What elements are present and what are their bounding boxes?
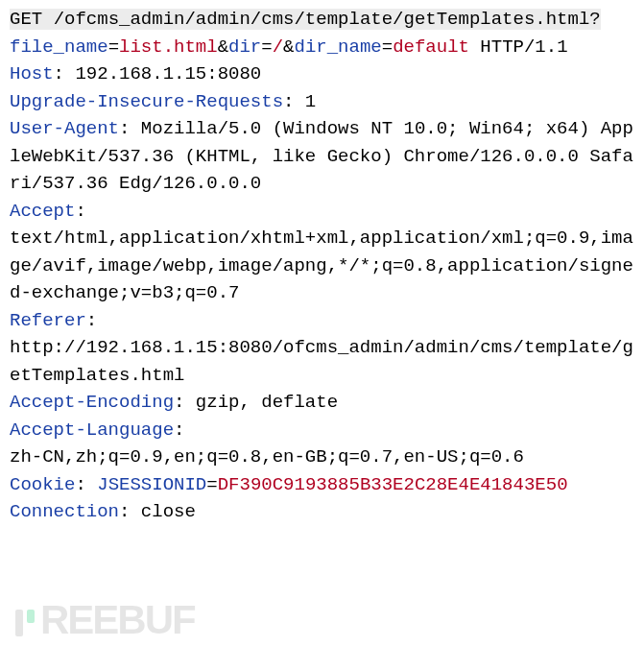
header-value-accept: text/html,application/xhtml+xml,applicat… xyxy=(10,228,633,303)
header-value-connection: close xyxy=(141,501,196,522)
header-name-upgrade-insecure-requests: Upgrade-Insecure-Requests xyxy=(10,91,283,112)
param-val-dir_name: default xyxy=(393,36,469,58)
http-request-block: GET /ofcms_admin/admin/cms/template/getT… xyxy=(0,0,644,671)
header-value-referer: http://192.168.1.15:8080/ofcms_admin/adm… xyxy=(10,337,633,386)
cookie-value: DF390C9193885B33E2C28E4E41843E50 xyxy=(218,474,568,495)
header-value-accept-language: zh-CN,zh;q=0.9,en;q=0.8,en-GB;q=0.7,en-U… xyxy=(10,446,524,467)
header-value-accept-encoding: gzip, deflate xyxy=(196,392,338,413)
request-line: GET /ofcms_admin/admin/cms/template/getT… xyxy=(10,9,601,30)
param-key-dir_name: dir_name xyxy=(295,36,382,58)
header-name-host: Host xyxy=(10,63,54,84)
header-name-connection: Connection xyxy=(10,501,119,522)
header-name-accept-language: Accept-Language xyxy=(10,419,174,441)
header-name-referer: Referer xyxy=(10,310,86,331)
header-name-accept: Accept xyxy=(10,201,75,222)
param-key-file_name: file_name xyxy=(10,36,108,58)
header-value-upgrade-insecure-requests: 1 xyxy=(305,91,316,112)
param-val-file_name: list.html xyxy=(119,36,218,58)
http-method: GET xyxy=(10,9,42,30)
header-value-host: 192.168.1.15:8080 xyxy=(75,63,261,84)
header-name-cookie: Cookie xyxy=(10,474,75,495)
header-name-user-agent: User-Agent xyxy=(10,118,119,139)
http-version: HTTP/1.1 xyxy=(480,36,567,58)
header-name-accept-encoding: Accept-Encoding xyxy=(10,392,174,413)
param-val-dir: / xyxy=(273,36,283,58)
request-path: /ofcms_admin/admin/cms/template/getTempl… xyxy=(54,9,601,30)
cookie-key: JSESSIONID xyxy=(97,474,206,495)
param-key-dir: dir xyxy=(228,36,261,58)
